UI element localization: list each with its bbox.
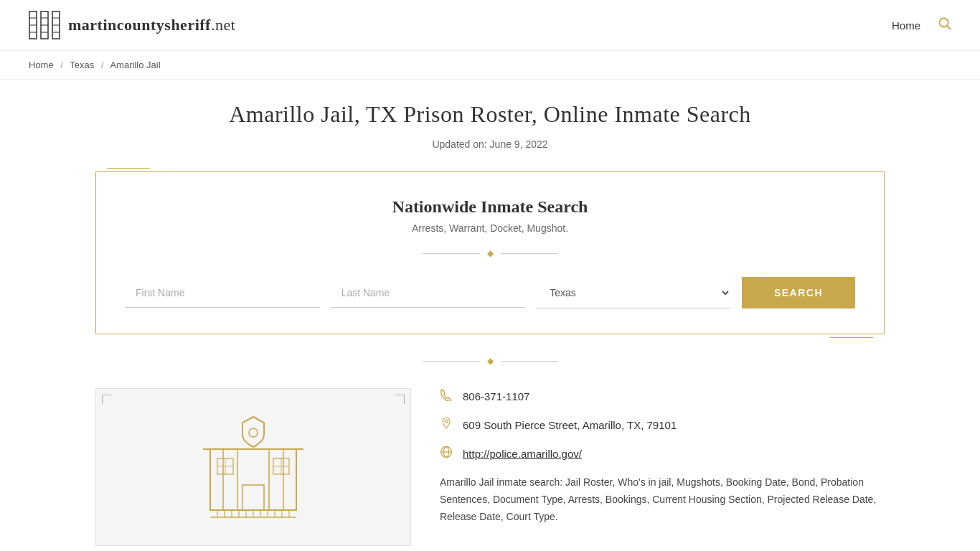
website-link[interactable]: http://police.amarillo.gov/: [463, 448, 582, 460]
logo: martincountysheriff.net: [29, 11, 235, 39]
diamond-icon: ◆: [487, 248, 494, 259]
description-text: Amarillo Jail inmate search: Jail Roster…: [440, 474, 885, 525]
contact-info: 806-371-1107 609 South Pierce Street, Am…: [440, 388, 885, 525]
phone-number: 806-371-1107: [463, 390, 529, 402]
divider-top: ◆: [125, 248, 855, 259]
search-heading: Nationwide Inmate Search: [125, 197, 855, 217]
main-content: Amarillo Jail, TX Prison Roster, Online …: [0, 80, 980, 551]
bottom-diamond-icon: ◆: [487, 356, 494, 367]
svg-rect-21: [242, 485, 264, 510]
svg-point-14: [249, 428, 258, 437]
breadcrumb: Home / Texas / Amarillo Jail: [0, 51, 980, 80]
last-name-input[interactable]: [331, 278, 526, 308]
address-text: 609 South Pierce Street, Amarillo, TX, 7…: [463, 419, 677, 431]
svg-line-13: [947, 26, 951, 29]
breadcrumb-home[interactable]: Home: [29, 60, 54, 70]
search-container: Nationwide Inmate Search Arrests, Warran…: [95, 171, 885, 334]
first-name-input[interactable]: [125, 278, 320, 308]
search-fields: AlabamaAlaskaArizonaArkansasCaliforniaCo…: [125, 277, 855, 309]
website-item: http://police.amarillo.gov/: [440, 446, 885, 461]
breadcrumb-sep-2: /: [101, 60, 104, 70]
phone-icon: [440, 388, 454, 404]
breadcrumb-current: Amarillo Jail: [110, 60, 160, 70]
logo-icon: [29, 11, 61, 39]
svg-point-12: [940, 18, 948, 27]
nav-home-link[interactable]: Home: [892, 19, 920, 32]
bottom-divider-right: [501, 361, 558, 362]
page-title: Amarillo Jail, TX Prison Roster, Online …: [29, 101, 951, 128]
bottom-divider: ◆: [29, 356, 951, 367]
building-image: [95, 388, 411, 546]
breadcrumb-state[interactable]: Texas: [70, 60, 94, 70]
search-button[interactable]: SEARCH: [742, 277, 855, 309]
divider-line-left: [423, 253, 480, 254]
location-icon: [440, 417, 454, 433]
nav: Home: [892, 17, 951, 34]
search-subtitle: Arrests, Warrant, Docket, Mugshot.: [125, 222, 855, 234]
building-svg: [182, 410, 325, 524]
header: martincountysheriff.net Home: [0, 0, 980, 51]
updated-date: Updated on: June 9, 2022: [29, 138, 951, 150]
phone-item: 806-371-1107: [440, 388, 885, 404]
breadcrumb-sep-1: /: [60, 60, 63, 70]
bottom-divider-left: [423, 361, 480, 362]
globe-icon: [440, 446, 454, 461]
state-select[interactable]: AlabamaAlaskaArizonaArkansasCaliforniaCo…: [536, 278, 731, 309]
logo-text: martincountysheriff.net: [68, 16, 235, 34]
info-section: 806-371-1107 609 South Pierce Street, Am…: [95, 388, 885, 546]
address-item: 609 South Pierce Street, Amarillo, TX, 7…: [440, 417, 885, 433]
search-icon-button[interactable]: [938, 17, 951, 34]
divider-line-right: [501, 253, 558, 254]
